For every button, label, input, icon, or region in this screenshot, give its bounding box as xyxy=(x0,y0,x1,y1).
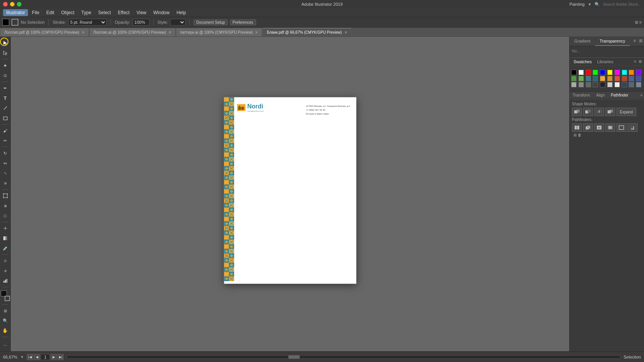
first-page-button[interactable]: |◀ xyxy=(27,354,33,360)
swatches-options-icon[interactable]: ≡ xyxy=(633,59,637,65)
swatch-cell[interactable] xyxy=(614,82,620,87)
swatch-cell[interactable] xyxy=(600,82,605,87)
swatch-cell[interactable] xyxy=(586,82,591,87)
swatch-cell[interactable] xyxy=(571,70,577,75)
divide-button[interactable] xyxy=(572,123,582,132)
horizontal-scrollbar[interactable] xyxy=(67,355,621,359)
libraries-tab[interactable]: Libraries xyxy=(595,59,616,65)
minus-front-button[interactable] xyxy=(583,108,593,116)
hand-tool[interactable]: ✋ xyxy=(1,326,10,335)
swatches-grid-icon[interactable]: ⊞ xyxy=(638,59,642,65)
menu-help[interactable]: Help xyxy=(173,9,189,16)
swatch-cell[interactable] xyxy=(622,70,627,75)
rectangle-tool[interactable] xyxy=(1,113,10,123)
last-page-button[interactable]: ▶| xyxy=(58,354,64,360)
stroke-swatch-tool[interactable] xyxy=(5,296,10,301)
gradient-tool[interactable] xyxy=(1,234,10,243)
menu-type[interactable]: Type xyxy=(78,9,94,16)
tab-2[interactable]: паттерн.ai @ 100% (CMYK/GPU Preview) ✕ xyxy=(176,28,262,36)
pencil-tool[interactable]: ✏ xyxy=(1,136,10,145)
menu-edit[interactable]: Edit xyxy=(43,9,58,16)
swatch-cell[interactable] xyxy=(571,82,577,87)
menu-window[interactable]: Window xyxy=(150,9,173,16)
swatch-cell[interactable] xyxy=(614,76,620,81)
scale-tool[interactable]: ⤡ xyxy=(1,169,10,178)
zoom-tool[interactable]: 🔍 xyxy=(1,316,10,325)
swatch-cell[interactable] xyxy=(636,76,641,81)
swatch-cell[interactable] xyxy=(629,70,634,75)
swatch-cell[interactable] xyxy=(607,70,613,75)
eyedropper-tool[interactable]: 💉 xyxy=(1,244,10,253)
style-dropdown[interactable] xyxy=(170,19,186,26)
tab-1-close[interactable]: ✕ xyxy=(168,30,171,34)
fill-color-swatch[interactable] xyxy=(2,19,9,26)
perspective-tool[interactable]: ⬡ xyxy=(1,211,10,220)
search-icon[interactable]: 🔍 xyxy=(595,2,600,7)
menu-file[interactable]: File xyxy=(29,9,42,16)
more-tools[interactable]: ··· xyxy=(1,341,10,350)
swatch-cell[interactable] xyxy=(593,76,598,81)
direct-selection-tool[interactable] xyxy=(1,48,10,57)
selection-tool[interactable] xyxy=(1,38,10,48)
minimize-button[interactable] xyxy=(10,2,15,7)
transform-tab[interactable]: Transform xyxy=(570,92,593,99)
artboard-tool[interactable]: ⊞ xyxy=(1,306,10,315)
unite-button[interactable] xyxy=(572,108,582,116)
swatch-cell[interactable] xyxy=(600,76,605,81)
swatch-cell[interactable] xyxy=(607,76,613,81)
align-tab[interactable]: Align xyxy=(593,92,608,99)
symbol-sprayer-tool[interactable]: ✳ xyxy=(1,266,10,275)
blend-tool[interactable]: ⊙ xyxy=(1,256,10,265)
line-tool[interactable] xyxy=(1,103,10,113)
free-transform-tool[interactable] xyxy=(1,191,10,200)
swatch-cell[interactable] xyxy=(607,82,613,87)
swatch-cell[interactable] xyxy=(622,76,627,81)
prev-page-button[interactable]: ◀ xyxy=(34,354,40,360)
page-input[interactable] xyxy=(41,354,50,360)
tab-3-close[interactable]: ✕ xyxy=(344,30,347,34)
swatch-cell[interactable] xyxy=(593,82,598,87)
merge-button[interactable] xyxy=(594,123,604,132)
tab-1[interactable]: Логотип.ai @ 100% (CMYK/GPU Preview) ✕ xyxy=(89,28,176,36)
close-button[interactable] xyxy=(3,2,8,7)
swatch-cell[interactable] xyxy=(578,82,584,87)
reflect-tool[interactable]: ⇔ xyxy=(1,159,10,168)
panel-menu-icon[interactable]: ⊞ xyxy=(637,37,644,46)
swatches-tab[interactable]: Swatches xyxy=(571,59,594,65)
minus-back-button[interactable] xyxy=(628,123,637,132)
swatch-cell[interactable] xyxy=(600,70,605,75)
swatch-cell[interactable] xyxy=(629,76,634,81)
warp-tool[interactable]: ≋ xyxy=(1,179,10,188)
swatch-cell[interactable] xyxy=(586,70,591,75)
shape-builder-tool[interactable]: ⊕ xyxy=(1,201,10,210)
type-tool[interactable]: T xyxy=(1,93,10,103)
tab-0[interactable]: Логотип.pdf @ 100% (CMYK/GPU Preview) ✕ xyxy=(0,28,89,36)
zoom-value[interactable]: 66,67% xyxy=(3,355,17,359)
opacity-input[interactable] xyxy=(133,19,150,26)
pathfinder-extra-icon[interactable]: ⊞ xyxy=(573,133,577,137)
crop-button[interactable] xyxy=(605,123,615,132)
swatch-cell[interactable] xyxy=(636,70,641,75)
zoom-chevron-icon[interactable]: ▼ xyxy=(20,355,24,359)
pathfinder-main-tab[interactable]: Pathfinder xyxy=(608,92,631,99)
tab-expand-icon[interactable]: » xyxy=(639,92,644,99)
exclude-button[interactable] xyxy=(605,108,615,116)
canvas-area[interactable]: Nordi nordisports.com 127563 Москва, ул.… xyxy=(11,37,569,351)
swatch-cell[interactable] xyxy=(578,70,584,75)
lasso-tool[interactable]: ⊙ xyxy=(1,71,10,80)
gradient-tab[interactable]: Gradient xyxy=(570,37,595,46)
expand-button[interactable]: Expand xyxy=(616,108,636,116)
pathfinder-delete-icon[interactable]: 🗑 xyxy=(578,133,582,137)
maximize-button[interactable] xyxy=(17,2,21,7)
document-setup-button[interactable]: Document Setup xyxy=(194,20,228,25)
tab-3[interactable]: Бланк.pdf @ 66,67% (CMYK/GPU Preview) ✕ xyxy=(263,28,351,36)
mesh-tool[interactable] xyxy=(1,224,10,233)
pen-tool[interactable]: ✒ xyxy=(1,84,10,93)
panel-options-icon[interactable]: ≡ xyxy=(632,37,637,46)
magic-wand-tool[interactable]: ✦ xyxy=(1,61,10,70)
trim-button[interactable] xyxy=(583,123,593,132)
next-page-button[interactable]: ▶ xyxy=(51,354,57,360)
stroke-dropdown[interactable]: 5 pt. Round xyxy=(68,19,107,26)
outline-button[interactable] xyxy=(616,123,626,132)
workspace-chevron-icon[interactable]: ▼ xyxy=(588,2,591,7)
